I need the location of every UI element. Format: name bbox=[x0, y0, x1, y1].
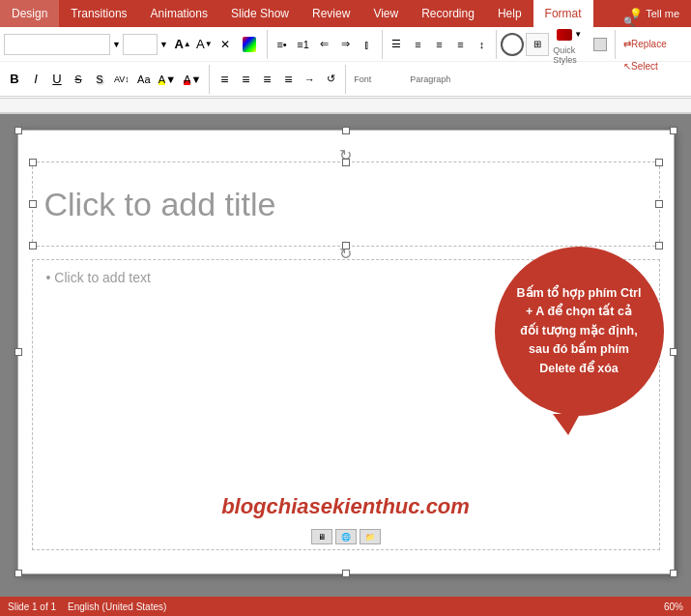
font-color-picker[interactable] bbox=[236, 34, 262, 55]
ruler bbox=[0, 99, 691, 114]
convert-smartart-btn[interactable]: ↺ bbox=[320, 69, 341, 90]
handle-mr bbox=[670, 348, 677, 356]
font-group-label: Font bbox=[354, 74, 371, 84]
title-handle-tm bbox=[342, 159, 350, 166]
columns-btn[interactable]: ⫿ bbox=[357, 34, 378, 55]
font-family-input[interactable]: Calibri bbox=[4, 34, 110, 55]
align-right-2-btn[interactable]: ≡ bbox=[256, 69, 277, 90]
font-family-arrow[interactable]: ▼ bbox=[112, 40, 121, 49]
shape-fill-btn[interactable] bbox=[590, 34, 611, 55]
title-handle-ml bbox=[29, 200, 37, 208]
font-color-btn[interactable]: A▼ bbox=[180, 69, 205, 90]
menu-review[interactable]: Review bbox=[301, 0, 361, 27]
ribbon-row1: Calibri ▼ 28 ▼ A▲ A▼ ✕ ≡• ≡1 ⇐ ⇒ ⫿ ☰ ≡ ≡… bbox=[0, 27, 691, 62]
font-size-input[interactable]: 28 bbox=[123, 34, 158, 55]
bullets-btn[interactable]: ≡• bbox=[272, 34, 293, 55]
justify-btn[interactable]: ≡ bbox=[449, 34, 471, 55]
find-btn[interactable]: 🔍 Find bbox=[619, 12, 687, 33]
font-size-arrow[interactable]: ▼ bbox=[159, 40, 168, 49]
char-spacing-btn[interactable]: AV↕ bbox=[110, 69, 133, 90]
title-placeholder-text: Click to add title bbox=[44, 186, 276, 223]
tooltip-text: Bấm tổ hợp phím Ctrl + A để chọn tất cả … bbox=[516, 284, 643, 378]
clear-format-btn[interactable]: ✕ bbox=[215, 34, 236, 55]
title-box[interactable]: Click to add title bbox=[32, 161, 660, 247]
bold-btn[interactable]: B bbox=[4, 69, 25, 90]
replace-btn[interactable]: ⇄ Replace bbox=[619, 34, 687, 55]
menu-animations[interactable]: Animations bbox=[139, 0, 219, 27]
underline-btn[interactable]: U bbox=[46, 69, 68, 90]
tooltip-bubble: Bấm tổ hợp phím Ctrl + A để chọn tất cả … bbox=[495, 247, 664, 416]
slide-info: Slide 1 of 1 bbox=[8, 601, 56, 612]
shadow-btn[interactable]: S bbox=[89, 69, 110, 90]
align-left-btn[interactable]: ☰ bbox=[386, 34, 407, 55]
zoom-level: 60% bbox=[664, 601, 683, 612]
menu-view[interactable]: View bbox=[361, 0, 410, 27]
statusbar: Slide 1 of 1 English (United States) 60% bbox=[0, 597, 691, 616]
numbering-btn[interactable]: ≡1 bbox=[293, 34, 314, 55]
shape-arrange[interactable]: ⊞ bbox=[526, 33, 549, 56]
title-handle-tl bbox=[29, 159, 37, 166]
title-handle-br bbox=[655, 242, 663, 249]
tooltip-tail bbox=[553, 414, 580, 435]
handle-br bbox=[670, 570, 677, 577]
increase-font-btn[interactable]: A▲ bbox=[172, 34, 194, 55]
quick-styles-btn[interactable]: ▼ bbox=[553, 24, 586, 45]
text-direction-2-btn[interactable]: → bbox=[299, 69, 320, 90]
title-handle-mr bbox=[655, 200, 663, 208]
language-info: English (United States) bbox=[68, 601, 166, 612]
align-right-btn[interactable]: ≡ bbox=[428, 34, 449, 55]
bottom-icons: 🖥 🌐 📁 bbox=[311, 529, 381, 544]
decrease-indent-btn[interactable]: ⇐ bbox=[314, 34, 335, 55]
highlight-btn[interactable]: A▼ bbox=[155, 69, 180, 90]
menu-design[interactable]: Design bbox=[0, 0, 59, 27]
align-center-btn[interactable]: ≡ bbox=[407, 34, 428, 55]
italic-btn[interactable]: I bbox=[25, 69, 46, 90]
content-placeholder-text: Click to add text bbox=[54, 270, 151, 285]
paragraph-group-label: Paragraph bbox=[410, 74, 450, 84]
change-case-btn[interactable]: Aa bbox=[133, 69, 155, 90]
handle-tl bbox=[14, 127, 22, 134]
menu-transitions[interactable]: Transitions bbox=[59, 0, 138, 27]
slide-canvas[interactable]: ↻ Click to add title ↻ • Click to add te… bbox=[17, 130, 675, 574]
ribbon: Calibri ▼ 28 ▼ A▲ A▼ ✕ ≡• ≡1 ⇐ ⇒ ⫿ ☰ ≡ ≡… bbox=[0, 27, 691, 99]
select-btn[interactable]: ↖ Select bbox=[619, 56, 687, 77]
title-handle-tr bbox=[655, 159, 663, 166]
align-left-2-btn[interactable]: ≡ bbox=[214, 69, 235, 90]
watermark: blogchiasekienthuc.com bbox=[221, 494, 470, 519]
quick-styles-label: Quick Styles bbox=[553, 45, 586, 65]
strikethrough-btn[interactable]: S bbox=[68, 69, 89, 90]
line-spacing-btn[interactable]: ↕ bbox=[471, 34, 492, 55]
ribbon-row2: B I U S S AV↕ Aa A▼ A▼ ≡ ≡ ≡ ≡ → ↺ Font … bbox=[0, 62, 691, 97]
shape-circle[interactable] bbox=[501, 33, 524, 56]
align-center-2-btn[interactable]: ≡ bbox=[235, 69, 256, 90]
title-handle-bl bbox=[29, 242, 37, 249]
content-bullet: • bbox=[46, 270, 55, 285]
main-area: ↻ Click to add title ↻ • Click to add te… bbox=[0, 114, 691, 597]
menu-slideshow[interactable]: Slide Show bbox=[219, 0, 301, 27]
increase-indent-btn[interactable]: ⇒ bbox=[335, 34, 357, 55]
decrease-font-btn[interactable]: A▼ bbox=[193, 34, 215, 55]
menu-recording[interactable]: Recording bbox=[410, 0, 486, 27]
handle-tr bbox=[670, 127, 677, 134]
handle-bl bbox=[14, 570, 22, 577]
handle-ml bbox=[14, 348, 22, 356]
handle-bm bbox=[342, 570, 350, 577]
handle-tm bbox=[342, 127, 350, 134]
justify-2-btn[interactable]: ≡ bbox=[277, 69, 299, 90]
